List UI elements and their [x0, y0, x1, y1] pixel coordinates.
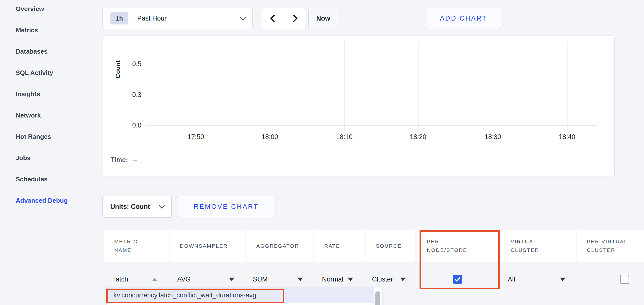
virtual-cluster-select[interactable]: All — [508, 271, 515, 287]
aggregator-select[interactable]: SUM — [253, 271, 268, 287]
remove-chart-button[interactable]: REMOVE CHART — [177, 196, 276, 217]
x-axis-tick: 18:00 — [250, 133, 290, 141]
per-virtual-cluster-checkbox[interactable] — [620, 275, 629, 284]
gridline-vertical — [493, 41, 493, 131]
rate-select[interactable]: Normal — [322, 271, 343, 287]
sidebar-item-insights[interactable]: Insights — [16, 90, 68, 99]
caret-down-icon[interactable] — [348, 278, 353, 281]
custom-chart-page: Overview Metrics Databases SQL Activity … — [0, 0, 644, 305]
sidebar-item-hot-ranges[interactable]: Hot Ranges — [16, 132, 68, 141]
column-header-virtual-cluster: VIRTUALCLUSTER — [501, 230, 576, 262]
caret-down-icon[interactable] — [400, 278, 406, 281]
time-range-selector[interactable]: 1h Past Hour — [102, 7, 253, 29]
scrollbar-thumb[interactable] — [375, 291, 380, 305]
metric-autocomplete-dropdown: kv.concurrency.latch_conflict_wait_durat… — [106, 287, 382, 305]
column-header-rate: RATE — [314, 230, 365, 262]
y-axis-tick: 0.0 — [114, 121, 142, 129]
column-header-source: SOURCE — [366, 230, 415, 262]
per-node-store-checkbox[interactable] — [453, 275, 462, 284]
sidebar-item-overview[interactable]: Overview — [16, 4, 68, 13]
sidebar-item-schedules[interactable]: Schedules — [16, 175, 68, 184]
sidebar-item-advanced-debug[interactable]: Advanced Debug — [16, 196, 68, 205]
column-header-aggregator: AGGREGATOR — [246, 230, 314, 262]
x-axis-tick: 17:50 — [176, 133, 216, 141]
hover-time-readout: Time:-- — [110, 156, 137, 164]
sidebar-item-sql-activity[interactable]: SQL Activity — [16, 68, 68, 77]
gridline-vertical — [270, 41, 270, 131]
column-header-per-virtual-cluster: PER VIRTUALCLUSTER — [577, 230, 644, 262]
gridline-vertical — [567, 41, 568, 131]
prev-range-button[interactable] — [262, 8, 284, 29]
chevron-down-icon — [240, 14, 246, 20]
sidebar-item-metrics[interactable]: Metrics — [16, 26, 68, 35]
autocomplete-suggestion[interactable]: kv.concurrency.latch_conflict_wait_durat… — [106, 287, 374, 303]
time-range-label: Past Hour — [137, 15, 167, 22]
gridline-vertical — [196, 41, 196, 131]
time-range-pager — [262, 7, 306, 29]
gridline-vertical — [418, 41, 418, 131]
time-value: -- — [132, 156, 137, 164]
metric-name-input[interactable]: latch — [114, 271, 128, 287]
x-axis-tick: 18:40 — [548, 133, 587, 141]
y-axis-tick: 0.5 — [114, 60, 142, 68]
column-header-per-node-store: PERNODE/STORE — [417, 230, 500, 262]
next-range-button[interactable] — [284, 8, 306, 29]
column-header-metric-name: METRICNAME — [104, 230, 169, 262]
x-axis-tick: 18:10 — [325, 133, 364, 141]
units-label: Units: Count — [110, 203, 150, 211]
column-header-downsampler: DOWNSAMPLER — [170, 230, 245, 262]
caret-down-icon[interactable] — [298, 278, 303, 281]
gridline-vertical — [344, 41, 345, 131]
chevron-down-icon — [159, 203, 165, 209]
units-selector[interactable]: Units: Count — [102, 196, 172, 218]
time-label: Time: — [110, 156, 128, 164]
y-axis-tick: 0.3 — [114, 91, 142, 99]
gridline-horizontal — [146, 95, 597, 95]
now-button[interactable]: Now — [308, 7, 338, 29]
sidebar: Overview Metrics Databases SQL Activity … — [16, 4, 68, 205]
downsampler-select[interactable]: AVG — [177, 271, 191, 287]
source-select[interactable]: Cluster — [372, 271, 393, 287]
time-range-badge: 1h — [110, 12, 128, 24]
caret-up-icon[interactable] — [152, 278, 157, 281]
add-chart-button[interactable]: ADD CHART — [426, 7, 501, 29]
caret-down-icon[interactable] — [229, 278, 234, 281]
chevron-left-icon — [270, 14, 278, 22]
chart-card: Count 0.5 0.3 0.0 17:50 18:00 18:10 18:2… — [103, 35, 614, 176]
gridline-horizontal — [146, 125, 597, 126]
sidebar-item-network[interactable]: Network — [16, 111, 68, 120]
sidebar-item-databases[interactable]: Databases — [16, 47, 68, 56]
check-icon — [454, 275, 462, 283]
x-axis-tick: 18:20 — [398, 133, 438, 141]
metric-row: latch AVG SUM Normal Cluster All — [0, 271, 644, 287]
sidebar-item-jobs[interactable]: Jobs — [16, 153, 68, 163]
chevron-right-icon — [290, 14, 298, 22]
caret-down-icon[interactable] — [560, 278, 565, 281]
x-axis-tick: 18:30 — [473, 133, 512, 141]
gridline-horizontal — [146, 64, 597, 64]
